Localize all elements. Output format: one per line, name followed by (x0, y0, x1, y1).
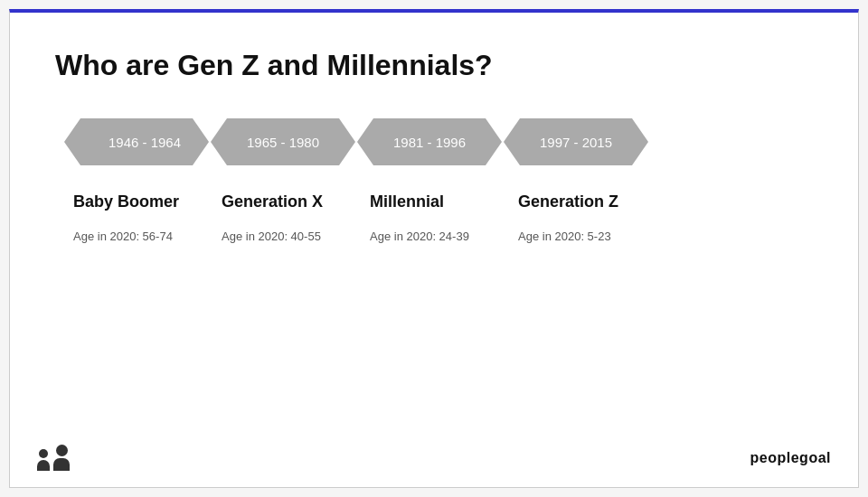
arrow-chain: 1946 - 1964 1965 - 1980 1981 - 1996 1997… (64, 118, 813, 165)
gen-generation-z: Generation Z Age in 2020: 5-23 (509, 192, 656, 243)
person-large-head (56, 445, 68, 456)
person-small-icon (37, 449, 50, 471)
gen-baby-boomer: Baby Boomer Age in 2020: 56-74 (64, 192, 211, 243)
person-head (39, 449, 48, 458)
arrow-1965: 1965 - 1980 (211, 118, 355, 165)
gen-generation-x: Generation X Age in 2020: 40-55 (212, 192, 359, 243)
footer: peoplegoal (37, 445, 831, 471)
slide-title: Who are Gen Z and Millennials? (55, 49, 813, 82)
slide: Who are Gen Z and Millennials? 1946 - 19… (9, 9, 859, 488)
people-icon (37, 445, 70, 471)
arrow-1981: 1981 - 1996 (357, 118, 502, 165)
brand-logo: peoplegoal (750, 450, 831, 466)
person-body (37, 460, 50, 471)
gen-millennial: Millennial Age in 2020: 24-39 (361, 192, 507, 243)
person-large-icon (53, 445, 70, 471)
generation-labels: Baby Boomer Age in 2020: 56-74 Generatio… (64, 192, 813, 243)
arrow-1997: 1997 - 2015 (504, 118, 648, 165)
person-large-body (53, 458, 70, 471)
arrow-1946: 1946 - 1964 (64, 118, 209, 165)
